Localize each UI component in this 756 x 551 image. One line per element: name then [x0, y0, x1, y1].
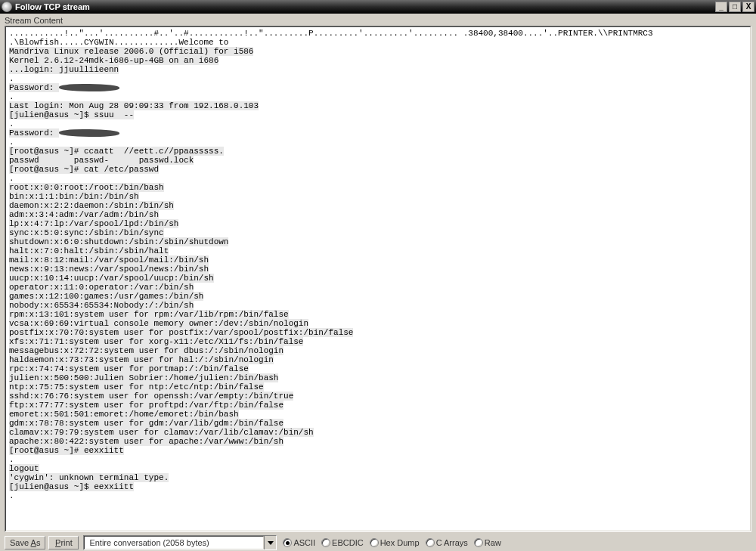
- passwd-line: nobody:x:65534:65534:Nobody:/:/bin/sh: [9, 301, 194, 310]
- dropdown-icon[interactable]: [264, 536, 276, 549]
- radio-label: Hex Dump: [380, 538, 420, 547]
- radio-hexdump[interactable]: Hex Dump: [370, 538, 420, 547]
- stream-line: passwd passwd- passwd.lock: [9, 156, 194, 165]
- stream-line: [julien@asus ~]$ ssuu --: [9, 110, 134, 119]
- passwd-line: shutdown:x:6:0:shutdown:/sbin:/sbin/shut…: [9, 237, 228, 246]
- passwd-line: uucp:x:10:14:uucp:/var/spool/uucp:/bin/s…: [9, 274, 214, 283]
- passwd-line: rpc:x:74:74:system user for portmap:/:/b…: [9, 364, 249, 373]
- stream-line: Last login: Mon Aug 28 09:09:33 from 192…: [9, 101, 259, 110]
- stream-line: Password:: [9, 128, 59, 138]
- passwd-line: haldaemon:x:73:73:system user for hal:/:…: [9, 355, 274, 364]
- stream-line: [root@asus ~]# ccaatt //eett.c//ppaassss…: [9, 147, 224, 156]
- passwd-line: ftp:x:77:77:system user for proftpd:/var…: [9, 401, 284, 410]
- passwd-line: lp:x:4:7:lp:/var/spool/lpd:/bin/sh: [9, 219, 178, 228]
- stream-content-label: Stream Content: [0, 14, 756, 26]
- radio-label: EBCDIC: [332, 538, 364, 547]
- passwd-line: bin:x:1:1:bin:/bin:/bin/sh: [9, 192, 139, 201]
- stream-line: .\Blowfish.....CYGWIN.............Welcom…: [9, 38, 228, 47]
- passwd-line: daemon:x:2:2:daemon:/sbin:/bin/sh: [9, 201, 174, 210]
- display-format-radios: ASCII EBCDIC Hex Dump C Arrays Raw: [283, 538, 505, 547]
- passwd-line: postfix:x:70:70:system user for postfix:…: [9, 328, 353, 337]
- radio-icon: [474, 538, 483, 547]
- passwd-line: gdm:x:78:78:system user for gdm:/var/lib…: [9, 419, 284, 428]
- stream-content-text[interactable]: ...........!.."...'..........#..'..#....…: [5, 26, 751, 531]
- passwd-line: news:x:9:13:news:/var/spool/news:/bin/sh: [9, 265, 209, 274]
- stream-line: [root@asus ~]# cat /etc/passwd: [9, 165, 159, 174]
- stream-line: logout: [9, 464, 39, 473]
- passwd-line: clamav:x:79:79:system user for clamav:/v…: [9, 428, 314, 437]
- combo-value: Entire conversation (2058 bytes): [84, 536, 264, 549]
- radio-ebcdic[interactable]: EBCDIC: [321, 538, 364, 547]
- passwd-line: halt:x:7:0:halt:/sbin:/sbin/halt: [9, 246, 169, 255]
- passwd-line: vcsa:x:69:69:virtual console memory owne…: [9, 319, 308, 328]
- window-title: Follow TCP stream: [15, 2, 714, 11]
- redacted-password: [59, 129, 119, 137]
- passwd-line: games:x:12:100:games:/usr/games:/bin/sh: [9, 292, 203, 301]
- svg-marker-0: [268, 541, 274, 545]
- redacted-password: [59, 84, 119, 91]
- passwd-line: xfs:x:71:71:system user for xorg-x11:/et…: [9, 337, 303, 346]
- radio-icon: [370, 538, 379, 547]
- passwd-line: ntp:x:75:75:system user for ntp:/etc/ntp…: [9, 382, 264, 392]
- stream-line: Password:: [9, 83, 59, 92]
- titlebar: Follow TCP stream _ □ X: [0, 0, 756, 14]
- radio-icon: [321, 538, 330, 547]
- conversation-filter-combo[interactable]: Entire conversation (2058 bytes): [83, 535, 277, 550]
- radio-label: C Arrays: [436, 538, 468, 547]
- bottom-toolbar: Save As Print Entire conversation (2058 …: [0, 532, 756, 551]
- app-icon: [2, 2, 12, 12]
- radio-icon: [283, 538, 292, 547]
- radio-carrays[interactable]: C Arrays: [426, 538, 468, 547]
- passwd-line: adm:x:3:4:adm:/var/adm:/bin/sh: [9, 210, 159, 219]
- stream-line: [julien@asus ~]$ eexxiitt: [9, 482, 134, 491]
- save-as-label: Save As: [10, 538, 40, 547]
- passwd-line: sshd:x:76:76:system user for openssh:/va…: [9, 392, 293, 401]
- passwd-line: mail:x:8:12:mail:/var/spool/mail:/bin/sh: [9, 255, 209, 265]
- save-as-button[interactable]: Save As: [5, 536, 45, 549]
- passwd-line: apache:x:80:422:system user for apache:/…: [9, 437, 284, 446]
- radio-label: ASCII: [293, 538, 315, 547]
- radio-raw[interactable]: Raw: [474, 538, 501, 547]
- stream-line: ...login: jjuulliieenn: [9, 65, 119, 74]
- passwd-line: sync:x:5:0:sync:/sbin:/bin/sync: [9, 228, 164, 237]
- radio-ascii[interactable]: ASCII: [283, 538, 315, 547]
- stream-line: ...........!.."...'..........#..'..#....…: [9, 29, 653, 38]
- stream-line: 'cygwin': unknown terminal type.: [9, 473, 169, 482]
- passwd-line: messagebus:x:72:72:system user for dbus:…: [9, 346, 284, 355]
- radio-label: Raw: [485, 538, 501, 547]
- stream-line: Kernel 2.6.12-24mdk-i686-up-4GB on an i6…: [9, 56, 218, 65]
- passwd-line: operator:x:11:0:operator:/var:/bin/sh: [9, 283, 194, 292]
- close-window-button[interactable]: X: [742, 2, 754, 12]
- stream-line: [root@asus ~]# eexxiitt: [9, 446, 124, 455]
- radio-icon: [426, 538, 435, 547]
- passwd-line: julien:x:500:500:Julien Sobrier:/home/ju…: [9, 373, 278, 382]
- passwd-line: root:x:0:0:root:/root:/bin/bash: [9, 183, 164, 192]
- passwd-line: emoret:x:501:501:emoret:/home/emoret:/bi…: [9, 410, 239, 419]
- stream-content-frame: ...........!.."...'..........#..'..#....…: [5, 26, 751, 532]
- stream-line: Mandriva Linux release 2006.0 (Official)…: [9, 47, 253, 56]
- print-button[interactable]: Print: [48, 536, 79, 549]
- maximize-button[interactable]: □: [729, 2, 741, 12]
- minimize-button[interactable]: _: [715, 2, 727, 12]
- passwd-line: rpm:x:13:101:system user for rpm:/var/li…: [9, 310, 289, 319]
